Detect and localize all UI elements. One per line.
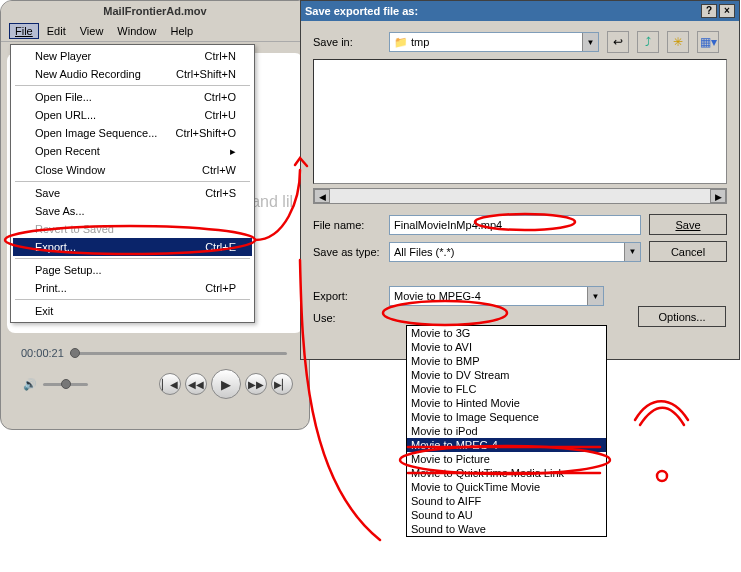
export-option[interactable]: Movie to Image Sequence [407,410,606,424]
export-option[interactable]: Sound to AIFF [407,494,606,508]
rewind-button[interactable]: ◀◀ [185,373,207,395]
use-label: Use: [313,312,381,324]
horizontal-scrollbar[interactable]: ◀ ▶ [313,188,727,204]
dialog-title-bar: Save exported file as: ? × [301,1,739,21]
export-option[interactable]: Movie to AVI [407,340,606,354]
svg-point-4 [657,471,667,481]
save-as-type-dropdown[interactable]: All Files (*.*) ▼ [389,242,641,262]
export-option[interactable]: Movie to QuickTime Movie [407,480,606,494]
save-as-type-value: All Files (*.*) [394,246,455,258]
menu-help[interactable]: Help [164,23,199,39]
volume-thumb[interactable] [61,379,71,389]
new-folder-icon[interactable]: ✳ [667,31,689,53]
menu-separator [15,258,250,259]
timecode: 00:00:21 [21,347,64,359]
export-option[interactable]: Movie to iPod [407,424,606,438]
file-menu-item[interactable]: New Audio RecordingCtrl+Shift+N [13,65,252,83]
export-option[interactable]: Movie to BMP [407,354,606,368]
export-options-list[interactable]: Movie to 3GMovie to AVIMovie to BMPMovie… [406,325,607,537]
file-menu-item: Revert to Saved [13,220,252,238]
export-option[interactable]: Sound to AU [407,508,606,522]
menu-file[interactable]: File [9,23,39,39]
file-menu-dropdown: New PlayerCtrl+NNew Audio RecordingCtrl+… [10,44,255,323]
menu-view[interactable]: View [74,23,110,39]
file-menu-item[interactable]: Open File...Ctrl+O [13,88,252,106]
scroll-right-button[interactable]: ▶ [710,189,726,203]
dialog-title: Save exported file as: [305,5,418,17]
menu-window[interactable]: Window [111,23,162,39]
file-menu-item[interactable]: Close WindowCtrl+W [13,161,252,179]
back-icon[interactable]: ↩ [607,31,629,53]
file-menu-item[interactable]: Open Recent▸ [13,142,252,161]
export-option[interactable]: Movie to Hinted Movie [407,396,606,410]
export-option[interactable]: Sound to Wave [407,522,606,536]
play-button[interactable]: ▶ [211,369,241,399]
file-menu-item[interactable]: Page Setup... [13,261,252,279]
file-menu-item[interactable]: Exit [13,302,252,320]
forward-end-button[interactable]: ▶▏ [271,373,293,395]
views-icon[interactable]: ▦▾ [697,31,719,53]
menu-separator [15,85,250,86]
window-title: MailFrontierAd.mov [1,1,309,21]
export-label: Export: [313,290,381,302]
save-as-type-label: Save as type: [313,246,381,258]
cancel-button[interactable]: Cancel [649,241,727,262]
save-in-label: Save in: [313,36,381,48]
file-menu-item[interactable]: Print...Ctrl+P [13,279,252,297]
seek-track[interactable] [70,352,287,355]
file-menu-item[interactable]: Save As... [13,202,252,220]
file-menu-item[interactable]: SaveCtrl+S [13,184,252,202]
export-option[interactable]: Movie to FLC [407,382,606,396]
file-menu-item[interactable]: Open URL...Ctrl+U [13,106,252,124]
speaker-icon: 🔊 [23,378,37,391]
folder-icon: 📁 [394,36,408,49]
export-option[interactable]: Movie to DV Stream [407,368,606,382]
save-in-value: tmp [411,36,429,48]
chevron-down-icon: ▼ [587,287,603,305]
up-icon[interactable]: ⤴ [637,31,659,53]
file-menu-item[interactable]: Open Image Sequence...Ctrl+Shift+O [13,124,252,142]
scroll-left-button[interactable]: ◀ [314,189,330,203]
file-name-input[interactable] [389,215,641,235]
chevron-down-icon: ▼ [624,243,640,261]
volume-control[interactable]: 🔊 [23,378,88,391]
menu-separator [15,181,250,182]
export-option[interactable]: Movie to QuickTime Media Link [407,466,606,480]
file-menu-item[interactable]: New PlayerCtrl+N [13,47,252,65]
export-option[interactable]: Movie to Picture [407,452,606,466]
file-name-label: File name: [313,219,381,231]
file-list[interactable] [313,59,727,184]
menu-bar: File Edit View Window Help [1,21,309,42]
save-button[interactable]: Save [649,214,727,235]
close-button[interactable]: × [719,4,735,18]
player-controls: 00:00:21 🔊 ▏◀ ◀◀ ▶ ▶▶ ▶▏ [7,341,303,421]
chevron-down-icon: ▼ [582,33,598,51]
menu-edit[interactable]: Edit [41,23,72,39]
export-option[interactable]: Movie to 3G [407,326,606,340]
export-dropdown[interactable]: Movie to MPEG-4 ▼ [389,286,604,306]
seek-bar[interactable]: 00:00:21 [15,347,295,359]
volume-track[interactable] [43,383,88,386]
video-frame-text: and lil [251,193,293,211]
fastforward-button[interactable]: ▶▶ [245,373,267,395]
file-menu-item[interactable]: Export...Ctrl+E [13,238,252,256]
help-button[interactable]: ? [701,4,717,18]
menu-separator [15,299,250,300]
export-value: Movie to MPEG-4 [394,290,481,302]
rewind-start-button[interactable]: ▏◀ [159,373,181,395]
export-option[interactable]: Movie to MPEG-4 [407,438,606,452]
save-in-dropdown[interactable]: 📁 tmp ▼ [389,32,599,52]
options-button[interactable]: Options... [638,306,726,327]
seek-thumb[interactable] [70,348,80,358]
